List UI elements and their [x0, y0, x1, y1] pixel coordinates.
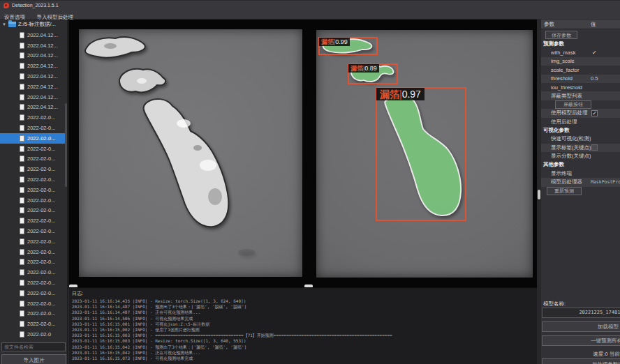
file-list-item[interactable]: 2022.04.12... [0, 30, 67, 40]
param-row-threshold[interactable]: threshold 0.5 [541, 75, 620, 83]
file-icon [20, 238, 24, 245]
file-icon [20, 114, 24, 121]
model-name-label: 模型名称: [543, 301, 566, 308]
file-list-item[interactable]: 2022-02-0... [0, 226, 67, 236]
param-row-show-label[interactable]: 显示标签(关键点) [541, 144, 620, 152]
file-list-item[interactable]: 2022-02-0... [0, 195, 67, 206]
param-row-quick-visualize[interactable]: 快速可视化(检测) [541, 135, 620, 143]
param-label: 使用后处理 [551, 119, 577, 126]
file-list-item[interactable]: 2022.04.12... [0, 40, 67, 51]
raw-defect-shapes [79, 29, 302, 277]
param-row-img-scale[interactable]: img_scale [541, 57, 620, 66]
mask-button[interactable]: 屏蔽按钮 [555, 100, 591, 109]
tree-root[interactable]: ▼ Z:/5-标注数据/... [0, 20, 67, 29]
log-line: 2023-01-11 16:16:14,487 |INFO| - 正在可视化预测… [72, 310, 537, 315]
file-list-item[interactable]: 2022-02-0... [0, 257, 67, 268]
param-row-use-postprocess[interactable]: 使用后处理 [541, 118, 620, 126]
file-list-item[interactable]: 2022.04.12... [0, 92, 67, 103]
param-row-iou-threshold[interactable]: iou_threshold [541, 83, 620, 91]
file-list-item[interactable]: 2022-02-0... [0, 319, 67, 329]
file-item-label: 2022-02-0... [27, 176, 55, 183]
load-model-button[interactable]: 加载模型 [542, 321, 620, 332]
file-list-item[interactable]: 2022-02-0... [0, 288, 67, 298]
file-icon [20, 73, 24, 79]
file-list-item[interactable]: 2022-02-0... [0, 298, 67, 309]
show-label-checkbox[interactable] [591, 144, 598, 151]
file-list-item[interactable]: 2022-02-0... [0, 247, 67, 257]
param-row-use-model-postprocess[interactable]: 使用模型后处理 ✓ [541, 109, 620, 117]
prediction-status-text: 速度:0 当前进度 [542, 351, 620, 358]
param-row-show-score[interactable]: 显示分数(关键点) [541, 152, 620, 160]
log-line: 2023-01-11 16:16:14,487 |INFO| - 预测出了3个结… [72, 304, 537, 310]
file-list-item[interactable]: 2022-02-0... [0, 206, 67, 216]
file-list-item[interactable]: 2022-02-0... [0, 174, 67, 185]
file-panel: ▼ Z:/5-标注数据/... 2022.04.12... 2022.04.12… [0, 20, 68, 364]
param-label: 模型后处理器 [551, 179, 582, 185]
file-icon [20, 269, 24, 275]
file-list-item[interactable]: 2022.04.12... [0, 51, 67, 61]
threshold-value[interactable]: 0.5 [591, 75, 598, 82]
use-model-postprocess-checkbox[interactable]: ✓ [591, 110, 598, 116]
file-icon [20, 63, 24, 69]
value-column-header: 值 [591, 21, 596, 28]
file-icon [20, 156, 24, 162]
param-row-mask-type-list[interactable]: 屏蔽类型列表 [541, 91, 620, 100]
file-icon [20, 32, 24, 38]
file-item-label: 2022.04.12... [27, 32, 58, 38]
file-list-item[interactable]: 2022-02-0... [0, 309, 67, 319]
file-list-item[interactable]: 2022.04.12... [0, 103, 67, 113]
file-item-label: 2022-02-0... [27, 249, 55, 255]
file-item-label: 2022-02-0... [27, 166, 55, 172]
file-list-item[interactable]: 2022-02-0... [0, 133, 67, 144]
file-list-item[interactable]: 2022.04.12... [0, 82, 67, 92]
file-item-label: 2022-02-0... [27, 156, 55, 162]
file-list-item[interactable]: 2022-02-0 [0, 329, 67, 340]
file-list-item[interactable]: 2022-02-0... [0, 236, 67, 247]
file-item-label: 2022.04.12... [27, 104, 58, 110]
file-list-item[interactable]: 2022-02-0... [0, 185, 67, 195]
postprocess-settings-button[interactable]: 后处理参数设置 [542, 358, 620, 364]
file-list-item[interactable]: 2022-02-0... [0, 267, 67, 278]
repredict-button[interactable]: 重新预测 [547, 187, 582, 195]
log-line: 2023-01-11 16:16:15,003 |INFO| - Resize:… [72, 338, 537, 344]
param-row-scale-factor[interactable]: scale_factor [541, 66, 620, 74]
file-list-item[interactable]: 2022-02-0... [0, 123, 67, 133]
file-icon [20, 249, 24, 255]
param-row-show-terminal[interactable]: 显示终端 [541, 169, 620, 178]
file-list-item[interactable]: 2022-02-0... [0, 154, 67, 165]
file-list-item[interactable]: 2022-02-0... [0, 112, 67, 123]
file-icon [20, 218, 24, 224]
file-icon [20, 310, 24, 317]
param-scrollbar-thumb[interactable] [538, 190, 540, 199]
file-item-label: 2022-02-0... [27, 187, 55, 193]
save-params-button[interactable]: 保存参数 [545, 31, 577, 39]
param-column-header: 参数 [544, 21, 554, 28]
file-list-item[interactable]: 2022-02-0... [0, 215, 67, 226]
file-list-item[interactable]: 2022.04.12... [0, 61, 67, 71]
file-list-scrollbar[interactable] [65, 103, 67, 187]
param-label: threshold [551, 75, 573, 82]
predict-all-button[interactable]: 一键预测所有图片 [542, 335, 620, 346]
param-row-model-postprocessor[interactable]: 模型后处理器 MaskPostPro [541, 178, 620, 186]
param-label: img_scale [551, 58, 575, 64]
file-list-item[interactable]: 2022.04.12... [0, 71, 67, 82]
file-list-item[interactable]: 2022-02-0... [0, 144, 67, 154]
search-input[interactable] [1, 342, 66, 351]
file-icon [20, 52, 24, 59]
file-item-label: 2022.04.12... [27, 43, 58, 49]
tree-expand-icon[interactable]: ▼ [0, 22, 8, 26]
app-icon [3, 3, 9, 8]
window-title: Detection_2023.1.5.1 [12, 3, 59, 8]
param-label: with_mask [551, 50, 575, 56]
file-list-item[interactable]: 2022-02-0... [0, 278, 67, 288]
model-postprocessor-value[interactable]: MaskPostPro [591, 179, 620, 185]
file-list-item[interactable]: 2022-02-0... [0, 164, 67, 174]
file-icon [20, 207, 24, 213]
model-name-field[interactable]: 20221225_174813 [542, 308, 620, 318]
with-mask-check-icon[interactable]: ✓ [592, 50, 597, 56]
param-label: 快速可视化(检测) [551, 135, 591, 142]
import-images-button[interactable]: 导入图片 [1, 354, 66, 364]
file-icon [20, 280, 24, 286]
param-row-with-mask[interactable]: with_mask ✓ [541, 48, 620, 56]
menu-bar: 设置选项 导入模型后处理 [0, 9, 620, 20]
